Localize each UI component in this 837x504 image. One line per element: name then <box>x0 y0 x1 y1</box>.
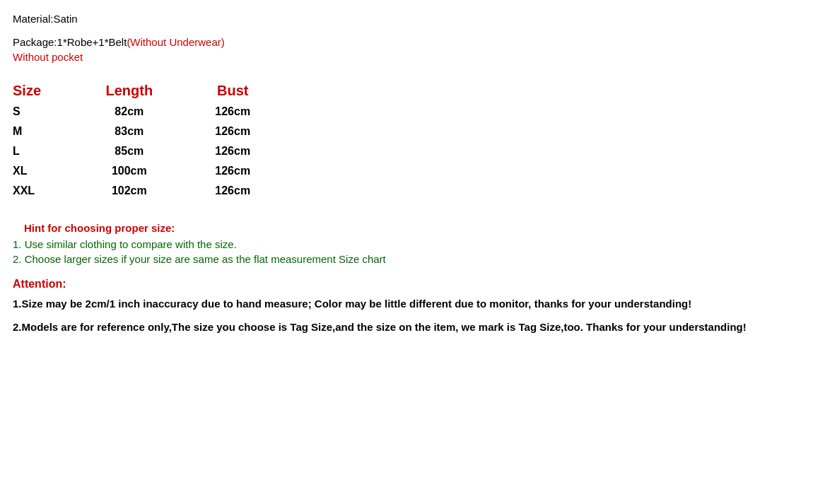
attention-section: Attention: 1.Size may be 2cm/1 inch inac… <box>13 278 824 335</box>
size-header: Size <box>13 80 103 102</box>
length-cell: 85cm <box>103 141 212 161</box>
bust-cell: 126cm <box>212 181 310 201</box>
size-cell: XXL <box>13 181 103 201</box>
length-cell: 102cm <box>103 181 212 201</box>
attention-title: Attention: <box>13 278 824 291</box>
hint-item: 1. Use similar clothing to compare with … <box>13 238 824 250</box>
hint-item: 2. Choose larger sizes if your size are … <box>13 253 824 265</box>
hint-section: Hint for choosing proper size: 1. Use si… <box>13 222 824 265</box>
bust-cell: 126cm <box>212 161 310 181</box>
material-text: Material:Satin <box>13 13 824 25</box>
size-cell: XL <box>13 161 103 181</box>
table-row: L85cm126cm <box>13 141 310 161</box>
size-cell: L <box>13 141 103 161</box>
package-highlight: (Without Underwear) <box>127 36 224 48</box>
length-cell: 82cm <box>103 102 212 122</box>
size-table: Size Length Bust S82cm126cmM83cm126cmL85… <box>13 80 310 201</box>
bust-cell: 126cm <box>212 102 310 122</box>
package-line: Package:1*Robe+1*Belt(Without Underwear) <box>13 36 824 48</box>
attention-item: 2.Models are for reference only,The size… <box>13 320 824 336</box>
table-row: XXL102cm126cm <box>13 181 310 201</box>
attention-item: 1.Size may be 2cm/1 inch inaccuracy due … <box>13 296 824 312</box>
length-cell: 100cm <box>103 161 212 181</box>
bust-header: Bust <box>212 80 310 102</box>
table-row: M83cm126cm <box>13 122 310 141</box>
size-cell: M <box>13 122 103 141</box>
hint-title: Hint for choosing proper size: <box>24 222 824 234</box>
table-row: S82cm126cm <box>13 102 310 122</box>
without-pocket-text: Without pocket <box>13 51 824 63</box>
length-cell: 83cm <box>103 122 212 141</box>
bust-cell: 126cm <box>212 141 310 161</box>
package-prefix: Package:1*Robe+1*Belt <box>13 36 127 48</box>
bust-cell: 126cm <box>212 122 310 141</box>
size-cell: S <box>13 102 103 122</box>
table-row: XL100cm126cm <box>13 161 310 181</box>
length-header: Length <box>103 80 212 102</box>
